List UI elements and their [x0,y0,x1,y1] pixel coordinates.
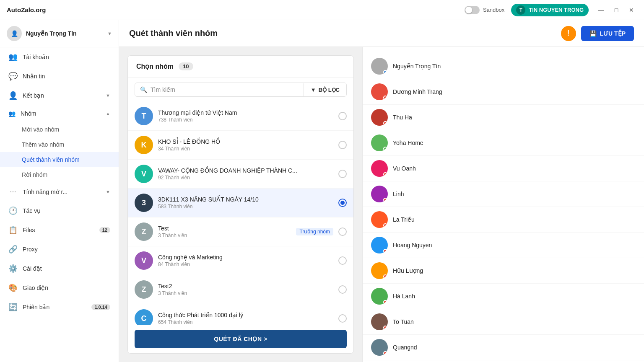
minimize-button[interactable]: — [595,4,607,16]
filter-icon: ▼ [311,87,316,93]
group-count-badge: 10 [179,62,193,70]
left-panel: Chọn nhóm 10 🔍 ▼ BỘ LỌC [119,47,362,362]
sidebar-item-groups[interactable]: 👥 Nhóm ▲ [0,105,119,122]
member-name: To Tuan [393,318,414,325]
warning-icon: ! [561,26,576,41]
member-name: Quangnd [393,344,417,351]
sidebar-username: Nguyễn Trọng Tín [26,30,77,37]
member-item: Quangnd [363,335,644,360]
member-item: Hà Lanh [363,284,644,309]
group-members: 654 Thành viên [158,319,333,325]
group-item[interactable]: ZTest3 Thành viênTrưởng nhóm [128,217,353,246]
group-header-title: Chọn nhóm [136,62,174,70]
settings-icon: ⚙️ [8,264,18,273]
sidebar-item-interface[interactable]: 🎨 Giao diện [0,278,119,297]
window-controls: — □ ✕ [595,4,637,16]
group-header: Chọn nhóm 10 [128,56,353,78]
header-actions: ! 💾 LƯU TỆP [561,26,634,41]
sidebar-item-proxy[interactable]: 🔗 Proxy [0,240,119,259]
group-name: KHO SỈ - LÊ ĐỒNG HỒ [158,138,333,145]
group-item[interactable]: VVAWAY- CỘNG ĐỒNG DOANH NGHIỆP THÀNH C..… [128,160,353,189]
search-input[interactable] [151,86,299,93]
group-item[interactable]: ZTest23 Thành viên [128,275,353,304]
account-icon: 👥 [8,52,18,62]
member-item: Thanh Le [363,360,644,362]
member-item: Hoang Nguyen [363,233,644,258]
close-button[interactable]: ✕ [626,4,637,16]
group-name: VAWAY- CỘNG ĐỒNG DOANH NGHIỆP THÀNH C... [158,167,333,174]
sidebar-item-messages[interactable]: 💬 Nhắn tin [0,67,119,86]
member-name: Hà Lanh [393,293,415,300]
user-badge[interactable]: T TIN NGUYEN TRONG [511,4,589,16]
group-members: 34 Thành viên [158,146,333,152]
sandbox-thumb [465,7,472,13]
interface-label: Giao diện [23,284,48,291]
group-item[interactable]: TThương mại điện tử Việt Nam738 Thành vi… [128,102,353,131]
interface-icon: 🎨 [8,283,18,292]
group-list: TThương mại điện tử Việt Nam738 Thành vi… [128,102,353,325]
filter-button[interactable]: ▼ BỘ LỌC [304,83,346,96]
group-name: Công thức Phát triển 1000 đại lý [158,312,333,318]
member-name: La Triều [393,216,415,223]
radio-button[interactable] [338,170,347,178]
messages-icon: 💬 [8,72,18,81]
radio-button[interactable] [338,199,347,207]
sidebar-item-leave[interactable]: Rời nhóm [0,167,119,182]
sidebar-item-files[interactable]: 📋 Files 12 [0,220,119,240]
sidebar-item-friends[interactable]: 👤 Kết bạn ▼ [0,86,119,105]
radio-button[interactable] [338,314,347,323]
files-badge: 12 [99,227,110,233]
sandbox-track[interactable] [465,6,480,14]
group-item[interactable]: KKHO SỈ - LÊ ĐỒNG HỒ34 Thành viên [128,131,353,160]
member-item: Dương Minh Trang [363,79,644,105]
group-name: Test2 [158,283,333,290]
app-title: AutoZalo.org [7,6,46,13]
search-bar: 🔍 ▼ BỘ LỌC [135,83,347,97]
group-item[interactable]: CCông thức Phát triển 1000 đại lý654 Thà… [128,304,353,325]
group-members: 583 Thành viên [158,204,333,209]
radio-button[interactable] [338,112,347,120]
group-name: Thương mại điện tử Việt Nam [158,109,333,116]
sidebar-item-invite[interactable]: Mời vào nhóm [0,122,119,137]
sidebar-item-more[interactable]: ··· Tính năng mở r... ▼ [0,182,119,201]
titlebar: AutoZalo.org Sandbox T TIN NGUYEN TRONG … [0,0,644,20]
group-item[interactable]: VCông nghệ và Marketing84 Thành viên [128,246,353,275]
group-members: 3 Thành viên [158,233,291,238]
user-name-title: TIN NGUYEN TRONG [529,7,584,13]
member-item: Nguyễn Trọng Tín [363,54,644,79]
more-chevron-icon: ▼ [106,189,110,194]
sidebar-item-settings[interactable]: ⚙️ Cài đặt [0,259,119,278]
sidebar-item-tasks[interactable]: 🕐 Tác vụ [0,201,119,220]
group-name: Test [158,225,291,232]
more-icon: ··· [8,187,18,196]
main-content: Quét thành viên nhóm ! 💾 LƯU TỆP Chọn nh… [119,20,644,362]
content-area: Chọn nhóm 10 🔍 ▼ BỘ LỌC [119,47,644,362]
scan-button[interactable]: QUÉT ĐÃ CHỌN > [135,330,347,348]
member-item: To Tuan [363,309,644,335]
version-label: Phiên bản [23,304,49,310]
proxy-icon: 🔗 [8,245,18,254]
member-name: Nguyễn Trọng Tín [393,63,441,70]
files-label: Files [23,227,35,233]
sandbox-toggle[interactable]: Sandbox [465,6,504,14]
member-item: Yoha Home [363,130,644,156]
maximize-button[interactable]: □ [610,4,622,16]
group-selection-box: Chọn nhóm 10 🔍 ▼ BỘ LỌC [127,55,354,354]
radio-button[interactable] [338,228,347,236]
save-button[interactable]: 💾 LƯU TỆP [581,26,634,41]
sidebar-item-account[interactable]: 👥 Tài khoản [0,47,119,67]
sidebar-item-scan[interactable]: Quét thành viên nhóm [0,152,119,167]
radio-button[interactable] [338,256,347,265]
sidebar-item-add[interactable]: Thêm vào nhóm [0,137,119,152]
group-item[interactable]: 33DK111 X3 NĂNG SUẤT NGÀY 14/10583 Thành… [128,189,353,217]
right-panel: Nguyễn Trọng TínDương Minh TrangThu HaYo… [362,47,644,362]
sidebar-user[interactable]: 👤 Nguyễn Trọng Tín ▼ [0,20,119,47]
radio-button[interactable] [338,141,347,149]
user-avatar: 👤 [7,26,22,41]
member-name: Dương Minh Trang [393,88,442,95]
sidebar-item-version[interactable]: 🔄 Phiên bản 1.0.14 [0,297,119,317]
member-name: Yoha Home [393,140,423,146]
groups-chevron-icon: ▲ [106,111,110,116]
radio-button[interactable] [338,285,347,294]
member-item: Vu Oanh [363,156,644,181]
